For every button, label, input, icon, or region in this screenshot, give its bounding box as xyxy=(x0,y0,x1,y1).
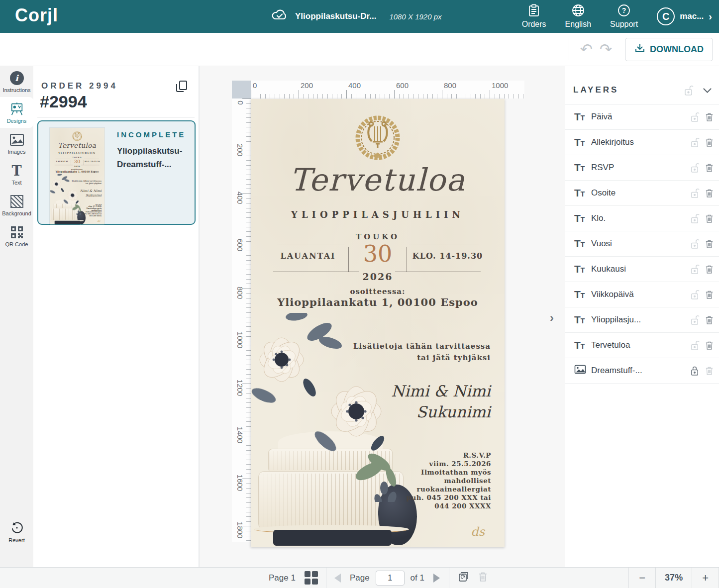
lock-icon[interactable] xyxy=(690,366,700,376)
layers-collapse-handle[interactable]: › xyxy=(550,311,554,325)
unlock-icon[interactable] xyxy=(690,188,700,198)
text-tool-icon: T xyxy=(11,163,21,179)
copy-icon[interactable] xyxy=(176,80,188,95)
text-layer-icon: TT xyxy=(574,263,591,275)
maker-mark: ds xyxy=(471,525,485,539)
revert-button[interactable]: Revert xyxy=(0,520,33,543)
layer-row-paiva[interactable]: TT Päivä xyxy=(565,104,719,130)
unlock-icon[interactable] xyxy=(690,213,700,224)
text-layer-icon: TT xyxy=(574,111,591,123)
trash-icon[interactable] xyxy=(705,340,714,350)
lock-all-icon[interactable] xyxy=(684,85,694,98)
unlock-icon[interactable] xyxy=(690,239,700,249)
bottom-bar: Page 1 Page of 1 − 37% + xyxy=(0,567,719,588)
layer-row-ylioppilasjuhliin[interactable]: TT Ylioppilasju... xyxy=(565,307,719,333)
file-name[interactable]: Ylioppilaskutsu-Dr... xyxy=(295,11,376,21)
chevron-down-icon[interactable] xyxy=(703,86,712,95)
orders-button[interactable]: Orders xyxy=(522,4,546,29)
trash-icon-disabled xyxy=(705,366,714,376)
unlock-icon[interactable] xyxy=(690,264,700,275)
editor-toolbar: ↶ ↷ DOWNLOAD xyxy=(0,33,719,66)
undo-button[interactable]: ↶ xyxy=(580,42,593,57)
trash-icon[interactable] xyxy=(705,290,714,299)
previous-page-button[interactable] xyxy=(334,574,341,583)
page-grid-view-icon[interactable] xyxy=(305,571,318,585)
question-icon: ? xyxy=(617,4,630,19)
design-dimensions: 1080 X 1920 px xyxy=(389,12,441,21)
layers-panel: LAYERS TT Päivä TT Allekirjoitus TT RSVP xyxy=(565,66,719,567)
easel-designs-icon xyxy=(9,101,24,116)
trash-icon[interactable] xyxy=(705,112,714,122)
text-layer-icon: TT xyxy=(574,289,591,300)
layer-row-viikkopaiva[interactable]: TT Viikkopäivä xyxy=(565,282,719,307)
design-thumbnail-art: Tervetuloa YLIOPPILASJUHLIIN TOUKO LAUAN… xyxy=(50,128,104,224)
layer-row-vuosi[interactable]: TT Vuosi xyxy=(565,231,719,257)
design-card[interactable]: Tervetuloa YLIOPPILASJUHLIIN TOUKO LAUAN… xyxy=(37,120,196,225)
zoom-out-button[interactable]: − xyxy=(629,572,655,585)
toolbar-divider xyxy=(569,38,569,60)
text-layer-icon: TT xyxy=(574,339,591,351)
layer-rsvp-text[interactable]: R.S.V.P viim. 25.5.2026 Ilmoitathan myös… xyxy=(407,451,491,510)
redo-button[interactable]: ↷ xyxy=(600,42,612,57)
text-layer-icon: TT xyxy=(574,187,591,199)
page-label: Page xyxy=(350,573,370,583)
sidebar-item-images[interactable]: Images xyxy=(0,128,33,159)
design-name: Ylioppilaskutsu- Dreamstuff-... xyxy=(117,144,182,171)
unlock-icon[interactable] xyxy=(690,340,700,351)
trash-icon[interactable] xyxy=(705,213,714,223)
trash-icon[interactable] xyxy=(705,315,714,325)
sidebar-item-designs[interactable]: Designs xyxy=(0,97,33,128)
divider xyxy=(37,117,195,118)
sidebar-item-text[interactable]: T Text xyxy=(0,159,33,190)
layer-vuosi-text[interactable]: 2026 xyxy=(251,271,505,282)
text-layer-icon: TT xyxy=(574,314,591,326)
layer-row-dreamstuff-image[interactable]: Dreamstuff-... xyxy=(565,358,719,384)
chevron-right-icon: › xyxy=(709,11,712,22)
text-layer-icon: TT xyxy=(574,136,591,148)
design-page[interactable]: Tervetuloa YLIOPPILASJUHLIIN TOUKO LAUAN… xyxy=(251,99,505,547)
download-button[interactable]: DOWNLOAD xyxy=(625,38,713,61)
layer-row-rsvp[interactable]: TT RSVP xyxy=(565,155,719,181)
text-layer-icon: TT xyxy=(574,162,591,174)
layer-row-allekirjoitus[interactable]: TT Allekirjoitus xyxy=(565,130,719,155)
unlock-icon[interactable] xyxy=(690,290,700,300)
unlock-icon[interactable] xyxy=(690,137,700,148)
vertical-ruler: 0 200 400 600 800 1000 1200 1400 1600 18… xyxy=(232,98,251,542)
unlock-icon[interactable] xyxy=(690,315,700,325)
trash-icon[interactable] xyxy=(705,163,714,173)
address-label-text[interactable]: osoitteessa: xyxy=(251,287,505,296)
trash-icon[interactable] xyxy=(705,137,714,147)
design-thumbnail: Tervetuloa YLIOPPILASJUHLIIN TOUKO LAUAN… xyxy=(50,128,104,224)
layer-row-osoite[interactable]: TT Osoite xyxy=(565,181,719,206)
sidebar-item-qr-code[interactable]: QR Code xyxy=(0,220,33,251)
sidebar-item-background[interactable]: Background xyxy=(0,190,33,220)
layer-klo-text[interactable]: KLO. 14-19.30 xyxy=(409,251,486,261)
image-layer-icon xyxy=(574,365,591,377)
trash-icon[interactable] xyxy=(705,188,714,198)
support-button[interactable]: ? Support xyxy=(610,4,638,29)
layer-tervetuloa-text[interactable]: Tervetuloa xyxy=(251,162,505,198)
sidebar-item-instructions[interactable]: i Instructions xyxy=(0,66,33,97)
next-page-button[interactable] xyxy=(433,574,440,583)
duplicate-page-icon[interactable] xyxy=(457,570,470,586)
lyre-emblem-image[interactable] xyxy=(353,113,403,165)
unlock-icon[interactable] xyxy=(690,163,700,173)
trash-icon[interactable] xyxy=(705,239,714,249)
layer-ylioppilasjuhliin-text[interactable]: YLIOPPILASJUHLIIN xyxy=(251,209,505,220)
unlock-icon[interactable] xyxy=(690,112,700,122)
download-icon xyxy=(634,43,645,56)
zoom-in-button[interactable]: + xyxy=(692,572,719,585)
trash-icon[interactable] xyxy=(705,264,714,274)
svg-text:?: ? xyxy=(622,6,626,14)
page-indicator: Page 1 xyxy=(269,573,296,583)
layer-row-klo[interactable]: TT Klo. xyxy=(565,206,719,231)
corjl-logo: Corjl xyxy=(15,5,58,26)
layer-row-tervetuloa[interactable]: TT Tervetuloa xyxy=(565,333,719,358)
account-avatar-icon: C xyxy=(657,7,675,25)
page-number-input[interactable] xyxy=(376,571,405,586)
account-menu[interactable]: C mac... › xyxy=(657,7,712,25)
layer-osoite-text[interactable]: Ylioppilaankatu 1, 00100 Espoo xyxy=(251,296,505,308)
delete-page-icon-disabled xyxy=(478,571,488,585)
language-button[interactable]: English xyxy=(565,4,591,29)
layer-row-kuukausi[interactable]: TT Kuukausi xyxy=(565,257,719,282)
